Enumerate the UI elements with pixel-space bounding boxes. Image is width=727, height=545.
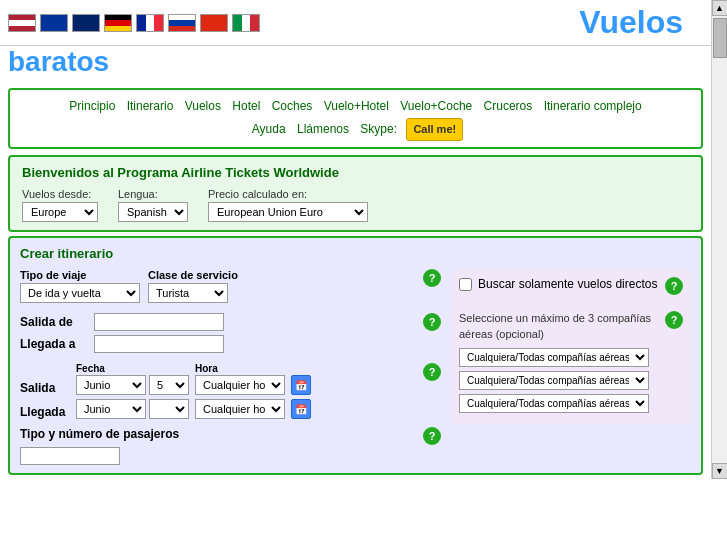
- direct-flights-label: Buscar solamente vuelos directos: [478, 277, 657, 291]
- trip-type-group: Tipo de viaje De ida y vuelta Solo ida M…: [20, 269, 140, 303]
- from-select[interactable]: Europe Americas Asia: [22, 202, 98, 222]
- dep-time-select[interactable]: Cualquier horaMañanaTardeNoche: [195, 375, 285, 395]
- scroll-up-arrow[interactable]: ▲: [712, 0, 728, 16]
- arr-date-group: JunioEneroFebreroMarzo 123: [76, 399, 189, 419]
- from-field-group: Vuelos desde: Europe Americas Asia: [22, 188, 98, 222]
- nav-ayuda[interactable]: Ayuda: [252, 122, 286, 136]
- passengers-input[interactable]: [20, 447, 120, 465]
- flag-de[interactable]: [104, 14, 132, 32]
- form-right: Buscar solamente vuelos directos ? ? Sel…: [451, 269, 691, 465]
- dep-time-label: Hora: [195, 363, 285, 374]
- from-label: Vuelos desde:: [22, 188, 98, 200]
- form-title: Crear itinerario: [20, 246, 691, 261]
- nav-llamenos[interactable]: Llámenos: [297, 122, 349, 136]
- service-class-group: Clase de servicio Turista Business Prime…: [148, 269, 238, 303]
- origin-label: Salida de: [20, 315, 88, 329]
- scroll-thumb[interactable]: [713, 18, 727, 58]
- lang-select[interactable]: Spanish English French German: [118, 202, 188, 222]
- origin-input[interactable]: [94, 313, 224, 331]
- nav-itinerario-complejo[interactable]: Itinerario complejo: [544, 99, 642, 113]
- nav-hotel[interactable]: Hotel: [232, 99, 260, 113]
- service-class-select[interactable]: Turista Business Primera: [148, 283, 228, 303]
- direct-flights-help-icon[interactable]: ?: [665, 277, 683, 295]
- destination-label: Llegada a: [20, 337, 88, 351]
- arrival-labels-row: Llegada JunioEneroFebreroMarzo 123: [20, 399, 441, 419]
- airline-row-1: Cualquiera/Todas compañías aéreas Iberia…: [459, 348, 683, 367]
- departure-labels-row: Salida Fecha JunioEneroFebreroMarzoAbril…: [20, 363, 441, 395]
- nav-vuelo-hotel[interactable]: Vuelo+Hotel: [324, 99, 389, 113]
- dep-day-select[interactable]: 5123467: [149, 375, 189, 395]
- departure-label: Salida: [20, 381, 70, 395]
- lang-label: Lengua:: [118, 188, 188, 200]
- service-class-label: Clase de servicio: [148, 269, 238, 281]
- departure-section: Salida Fecha JunioEneroFebreroMarzoAbril…: [20, 363, 441, 419]
- passengers-section: Tipo y número de pasajeros ?: [20, 427, 441, 465]
- direct-flights-row: Buscar solamente vuelos directos ?: [459, 277, 683, 299]
- nav-vuelos[interactable]: Vuelos: [185, 99, 221, 113]
- airlines-section: ? Seleccione un máximo de 3 compañías aé…: [459, 311, 683, 413]
- nav-coches[interactable]: Coches: [272, 99, 313, 113]
- dep-calendar-icon[interactable]: 📅: [291, 375, 311, 395]
- price-field-group: Precio calculado en: European Union Euro…: [208, 188, 368, 222]
- flag-eu[interactable]: [40, 14, 68, 32]
- airline-select-1[interactable]: Cualquiera/Todas compañías aéreas Iberia…: [459, 348, 649, 367]
- navigation-bar: Principio Itinerario Vuelos Hotel Coches…: [8, 88, 703, 149]
- nav-cruceros[interactable]: Cruceros: [484, 99, 533, 113]
- dep-date-group: Fecha JunioEneroFebreroMarzoAbrilMayoJul…: [76, 363, 189, 395]
- flag-it[interactable]: [232, 14, 260, 32]
- airline-row-3: Cualquiera/Todas compañías aéreas Iberia…: [459, 394, 683, 413]
- airlines-label: Seleccione un máximo de 3 compañías aére…: [459, 311, 683, 342]
- scroll-down-arrow[interactable]: ▼: [712, 463, 728, 479]
- dep-month-select[interactable]: JunioEneroFebreroMarzoAbrilMayoJulioAgos…: [76, 375, 146, 395]
- site-title: Vuelos: [260, 4, 703, 41]
- price-select[interactable]: European Union Euro US Dollar British Po…: [208, 202, 368, 222]
- price-label: Precio calculado en:: [208, 188, 368, 200]
- flag-us[interactable]: [8, 14, 36, 32]
- nav-vuelo-coche[interactable]: Vuelo+Coche: [400, 99, 472, 113]
- trip-type-label: Tipo de viaje: [20, 269, 140, 281]
- arr-month-select[interactable]: JunioEneroFebreroMarzo: [76, 399, 146, 419]
- nav-principio[interactable]: Principio: [69, 99, 115, 113]
- trip-type-select[interactable]: De ida y vuelta Solo ida Multi-ciudad: [20, 283, 140, 303]
- dep-time-group: Hora Cualquier horaMañanaTardeNoche: [195, 363, 285, 395]
- form-columns: Tipo de viaje De ida y vuelta Solo ida M…: [20, 269, 691, 465]
- main-form: Crear itinerario Tipo de viaje De ida y …: [8, 236, 703, 475]
- form-left: Tipo de viaje De ida y vuelta Solo ida M…: [20, 269, 441, 465]
- scrollbar: ▲ ▼: [711, 0, 727, 479]
- dep-date-selects: JunioEneroFebreroMarzoAbrilMayoJulioAgos…: [76, 375, 189, 395]
- flag-uk[interactable]: [72, 14, 100, 32]
- route-row: Salida de Llegada a ?: [20, 313, 441, 353]
- lang-field-group: Lengua: Spanish English French German: [118, 188, 188, 222]
- passengers-help-icon[interactable]: ?: [423, 427, 441, 445]
- arr-date-selects: JunioEneroFebreroMarzo 123: [76, 399, 189, 419]
- flag-cn[interactable]: [200, 14, 228, 32]
- right-panel: Buscar solamente vuelos directos ? ? Sel…: [451, 269, 691, 425]
- airline-select-2[interactable]: Cualquiera/Todas compañías aéreas Iberia…: [459, 371, 649, 390]
- flag-row: [8, 14, 260, 32]
- direct-flights-checkbox[interactable]: [459, 278, 472, 291]
- welcome-title: Bienvenidos al Programa Airline Tickets …: [22, 165, 689, 180]
- header: Vuelos: [0, 0, 711, 46]
- destination-row: Llegada a: [20, 335, 441, 353]
- airline-row-2: Cualquiera/Todas compañías aéreas Iberia…: [459, 371, 683, 390]
- site-subtitle: baratos: [0, 46, 711, 82]
- origin-row: Salida de: [20, 313, 441, 331]
- nav-skype-label: Skype:: [360, 122, 397, 136]
- nav-itinerario[interactable]: Itinerario: [127, 99, 174, 113]
- flag-fr[interactable]: [136, 14, 164, 32]
- route-inputs: Salida de Llegada a: [20, 313, 441, 353]
- welcome-section: Bienvenidos al Programa Airline Tickets …: [8, 155, 703, 232]
- flag-ru[interactable]: [168, 14, 196, 32]
- call-button[interactable]: Call me!: [406, 118, 463, 142]
- trip-service-inline: Tipo de viaje De ida y vuelta Solo ida M…: [20, 269, 441, 303]
- passengers-title: Tipo y número de pasajeros: [20, 427, 441, 441]
- airline-select-3[interactable]: Cualquiera/Todas compañías aéreas Iberia…: [459, 394, 649, 413]
- arrival-label: Llegada: [20, 405, 70, 419]
- arr-day-select[interactable]: 123: [149, 399, 189, 419]
- arr-time-select[interactable]: Cualquier horaMañanaTardeNoche: [195, 399, 285, 419]
- dep-date-label: Fecha: [76, 363, 189, 374]
- arr-calendar-icon[interactable]: 📅: [291, 399, 311, 419]
- welcome-fields: Vuelos desde: Europe Americas Asia Lengu…: [22, 188, 689, 222]
- trip-service-row: Tipo de viaje De ida y vuelta Solo ida M…: [20, 269, 441, 303]
- destination-input[interactable]: [94, 335, 224, 353]
